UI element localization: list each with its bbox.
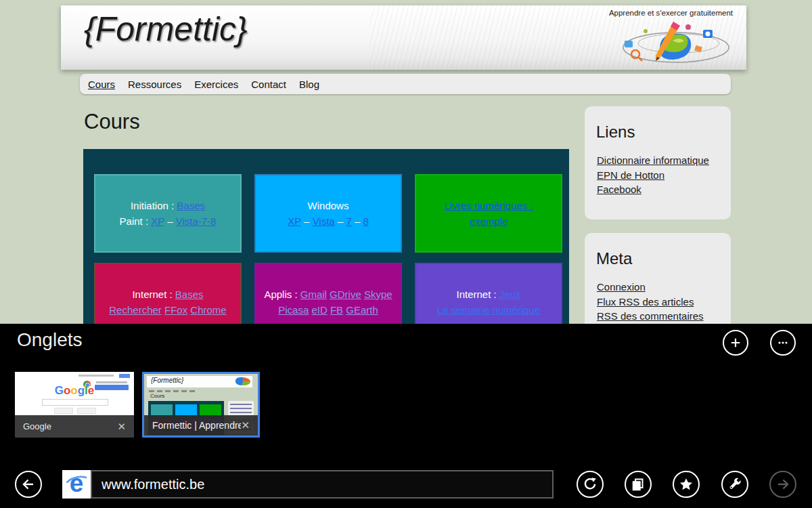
tabs-button[interactable] [625,471,652,498]
mini-site-header: {Formettic} [147,376,252,387]
sidebar-box-liens: LiensDictionnaire informatiqueEPN de Hot… [585,106,731,219]
tile-link[interactable]: Bases [177,200,205,211]
google-mini-signin-button [119,374,130,378]
site-favicon: e [62,470,91,499]
tab-thumbnail-google[interactable]: Google Google ✕ [15,372,134,438]
tile-link[interactable]: Rechercher [109,304,162,316]
tab-title: Formettic | Apprendre… [152,420,241,431]
refresh-icon [582,476,598,492]
tile-link[interactable]: exemple [470,215,508,227]
sidebar-link[interactable]: Connexion [597,281,731,293]
google-mini-toplinks [78,375,114,377]
google-mini-searchbox [42,399,108,406]
mini-page-title: Cours [150,393,164,399]
tile-link[interactable]: Jeux [499,289,521,300]
back-button[interactable] [15,471,42,498]
site-header: {Formettic} Apprendre et s'exercer gratu… [61,5,746,70]
close-tab-icon[interactable]: ✕ [241,419,250,431]
tile-text: Internet : [456,289,499,300]
tab-label-bar: Formettic | Apprendre… ✕ [144,415,258,436]
back-arrow-icon [20,476,37,492]
tab-title: Google [23,421,117,431]
tile-link[interactable]: GDrive [330,289,361,300]
tile-link[interactable]: XP [288,215,301,227]
tile-text: – [301,215,313,227]
pages-icon [630,476,646,492]
header-illustration [608,16,737,69]
ellipsis-icon [776,336,790,350]
nav-item-cours[interactable]: Cours [88,79,115,90]
ie-logo-ring [62,473,93,496]
tile-link[interactable]: GEarth [346,304,378,316]
new-tab-button[interactable] [723,330,748,356]
tile-link[interactable]: Picasa [278,304,309,316]
google-mini-button [54,408,73,414]
google-mini-caption [96,381,127,383]
nav-item-ressources[interactable]: Ressources [128,79,181,90]
refresh-button[interactable] [577,471,604,498]
tile-link[interactable]: eID [311,304,327,316]
tile-link[interactable]: Livres numériques : [445,200,533,211]
tab-thumbnail-formettic[interactable]: {Formettic} Cours Formettic | Apprendre…… [142,372,260,438]
favorites-button[interactable] [673,471,700,498]
tile-text: Paint : [120,215,152,227]
forward-button[interactable] [769,471,796,498]
tile-text: – [335,215,346,227]
sidebar-link[interactable]: RSS des commentaires [597,310,731,322]
tab-label-bar: Google ✕ [15,415,134,438]
sidebar-link[interactable]: Dictionnaire informatique [597,154,731,167]
tabs-overlay-title: Onglets [17,329,83,351]
tile-text: – [164,215,176,227]
mini-tile-livres-numeriques [200,404,221,415]
tile-text: – [352,215,363,227]
plus-icon [729,336,742,350]
tile-link[interactable]: Vista-7-8 [176,215,217,227]
sidebar-box-title: Liens [596,123,731,142]
tile-text: Windows [308,200,349,211]
mini-tile-windows [175,404,197,415]
tile-link[interactable]: 7 [346,215,351,227]
tile-link[interactable]: Bases [175,289,204,300]
tile-link[interactable]: FB [330,304,343,316]
mini-site-nav [149,390,198,392]
tile-link[interactable]: Vista [313,215,335,227]
wrench-icon [727,476,743,492]
tile-initiation-paint: Initiation : BasesPaint : XP – Vista-7-8 [94,174,242,253]
tile-link[interactable]: XP [151,215,164,227]
courses-panel: Initiation : BasesPaint : XP – Vista-7-8… [83,149,569,352]
star-icon [678,476,694,492]
tools-button[interactable] [721,471,748,498]
tabs-overlay: Onglets Google Google ✕ [0,324,812,508]
forward-arrow-icon [775,476,791,492]
tile-link[interactable]: Gmail [300,289,327,300]
tile-livres-numeriques: Livres numériques :exemple [415,174,562,253]
site-nav: CoursRessourcesExercicesContactBlog [80,74,731,94]
close-tab-icon[interactable]: ✕ [117,421,126,433]
nav-item-contact[interactable]: Contact [251,79,286,90]
mini-header-illustration [235,377,250,385]
screen: {Formettic} Apprendre et s'exercer gratu… [0,0,812,508]
google-mini-button [77,408,96,414]
tab-tools-button[interactable] [770,330,796,356]
sidebar-link[interactable]: Flux RSS des articles [597,296,731,308]
address-bar-input[interactable] [91,470,554,499]
sidebar-link[interactable]: EPN de Hotton [597,169,731,182]
sidebar-box-title: Meta [596,249,731,268]
tile-text: Internet : [132,289,175,300]
tile-windows: WindowsXP – Vista – 7 – 8 [254,174,402,253]
page-title: Cours [84,110,140,134]
site-logo: {Formettic} [84,9,248,49]
tile-link[interactable]: FFox [164,304,187,316]
tile-link[interactable]: Chrome [190,304,226,316]
nav-item-blog[interactable]: Blog [299,79,319,90]
tile-text: Applis : [264,289,300,300]
tile-link[interactable]: Skype [364,289,392,300]
google-logo: Google [15,384,134,398]
nav-item-exercices[interactable]: Exercices [194,79,238,90]
sidebar-link[interactable]: Facebook [597,184,731,196]
mini-tile-initiation-paint [151,404,173,415]
tile-link[interactable]: 8 [363,215,368,227]
tile-link[interactable]: La semaine numérique [437,304,541,316]
tile-text: Initiation : [131,200,177,211]
